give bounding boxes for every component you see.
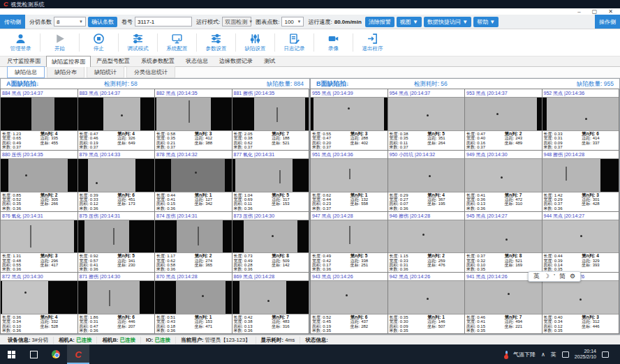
defect-cell[interactable]: 955 黑点 |20:14:39长度: 0.55宽度: 0.47面积: 0.20… bbox=[310, 89, 388, 151]
clear-alarm-button[interactable]: 清除报警 bbox=[365, 17, 394, 27]
subtab-class-info-stats[interactable]: 分类信息统计 bbox=[126, 66, 175, 78]
inspection-app-taskbar-button[interactable]: C bbox=[67, 344, 89, 364]
defect-info: 长度: 1.42宽度: 0.29面积: 0.37米数: 0.36第n列: 3边距… bbox=[542, 192, 619, 211]
subtab-defect-stats[interactable]: 缺陷统计 bbox=[87, 66, 124, 78]
defect-cell[interactable]: 951 黑点 |20:14:36长度: 0.62宽度: 0.44面积: 0.23… bbox=[310, 150, 388, 212]
action-camera-button[interactable]: 录像 bbox=[314, 33, 353, 52]
defect-metrics: 长度: 0.33宽度: 0.31面积: 0.09米数: 0.37 bbox=[544, 132, 582, 149]
defect-cell[interactable]: 876 氧化 |20:14:31长度: 1.31宽度: 0.48面积: 0.55… bbox=[0, 211, 78, 273]
subtab-defect-distribution[interactable]: 缺陷分布 bbox=[47, 66, 84, 78]
defect-cell-header: 883 黑点 |20:14:37 bbox=[78, 89, 155, 97]
film-edge-left bbox=[232, 281, 240, 314]
defect-cell[interactable]: 952 黑点 |20:14:36长度: 0.33宽度: 0.31面积: 0.09… bbox=[542, 89, 620, 151]
defect-cell[interactable]: 944 黑点 |20:14:27长度: 0.44宽度: 0.39面积: 0.14… bbox=[542, 211, 620, 273]
action-play-button[interactable]: 开始 bbox=[40, 33, 79, 52]
action-log-button[interactable]: 日志记录 bbox=[275, 33, 313, 52]
defect-cell[interactable]: 871 擦伤 |20:14:30长度: 1.86宽度: 0.31面积: 0.47… bbox=[78, 272, 156, 334]
defect-position: 第n列: 1边距: 153坐标: 471 bbox=[195, 315, 230, 333]
keyboard-icon[interactable] bbox=[562, 351, 569, 358]
weather-text[interactable]: 气温下降 bbox=[513, 351, 536, 358]
roll-number-input[interactable] bbox=[135, 17, 192, 26]
tab-product-config[interactable]: 产品型号配置 bbox=[91, 55, 135, 66]
defect-cell[interactable]: 877 氧化 |20:14:31长度: 1.04宽度: 0.69面积: 0.11… bbox=[232, 150, 310, 212]
defect-cell[interactable]: 874 压伤 |20:14:31长度: 1.17宽度: 0.62面积: 0.58… bbox=[154, 211, 232, 273]
notification-center-icon[interactable] bbox=[602, 351, 609, 358]
subtab-defect-info[interactable]: 缺陷信息 bbox=[7, 66, 45, 78]
ime-mark-icon[interactable]: ’ bbox=[554, 273, 555, 280]
metric-line: 米数: 0.36 bbox=[312, 267, 350, 271]
defect-cell[interactable]: 953 黑点 |20:14:37长度: 0.47宽度: 0.40面积: 0.16… bbox=[464, 89, 542, 151]
ime-settings-icon[interactable]: ⚙ bbox=[570, 273, 575, 280]
defect-cell[interactable]: 882 黑点 |20:14:35长度: 0.58宽度: 0.35面积: 0.21… bbox=[154, 89, 232, 151]
defect-cell[interactable]: 875 压伤 |20:14:31长度: 0.92宽度: 0.57面积: 0.41… bbox=[78, 211, 156, 273]
metric-line: 米数: 0.37 bbox=[390, 145, 428, 149]
task-view-button[interactable] bbox=[22, 344, 45, 364]
action-defectset-button[interactable]: 缺陷设置 bbox=[236, 33, 274, 52]
slit-count-select[interactable]: 8▼ bbox=[54, 17, 86, 26]
defect-cell[interactable]: 873 压伤 |20:14:30长度: 0.73宽度: 0.49面积: 0.28… bbox=[232, 211, 310, 273]
action-monitor-button[interactable]: 系统配置 bbox=[158, 33, 196, 52]
minimize-button[interactable]: – bbox=[577, 8, 580, 15]
defect-cell[interactable]: 870 黑点 |20:14:28长度: 0.51宽度: 0.43面积: 0.18… bbox=[154, 272, 232, 334]
defect-cell[interactable]: 947 黑点 |20:14:28长度: 0.49宽度: 0.42面积: 0.17… bbox=[310, 211, 388, 273]
action-stop-button[interactable]: 停止 bbox=[80, 33, 118, 52]
defect-cell[interactable]: 880 压伤 |20:14:35长度: 0.85宽度: 0.52面积: 0.35… bbox=[0, 150, 78, 212]
defect-cell[interactable]: 884 黑点 |20:14:37长度: 1.23宽度: 0.65面积: 0.49… bbox=[0, 89, 78, 151]
action-tune-button[interactable]: 调试模式 bbox=[119, 33, 157, 52]
action-user-button[interactable]: 管理登录 bbox=[1, 33, 40, 52]
confirm-count-button[interactable]: 确认条数 bbox=[88, 17, 117, 27]
ime-language-indicator[interactable]: 英 bbox=[551, 351, 556, 358]
tab-edge-data[interactable]: 边缘数据记录 bbox=[214, 55, 258, 66]
tab-status-info[interactable]: 状态信息 bbox=[180, 55, 214, 66]
help-menu-button[interactable]: 帮助 ▼ bbox=[473, 17, 499, 27]
close-button[interactable]: ✕ bbox=[608, 8, 613, 15]
defect-cell[interactable]: 954 黑点 |20:14:37长度: 0.38宽度: 0.35面积: 0.11… bbox=[388, 89, 466, 151]
panel-title[interactable]: B面缺陷拍↓ bbox=[316, 79, 349, 89]
maximize-button[interactable]: ▢ bbox=[592, 8, 598, 15]
defect-info: 长度: 0.41宽度: 0.36面积: 0.13米数: 0.36第n列: 7边距… bbox=[465, 192, 542, 211]
defect-cell-header: 952 黑点 |20:14:36 bbox=[542, 89, 619, 97]
defect-cell[interactable]: 881 擦伤 |20:14:35长度: 2.05宽度: 0.38面积: 0.62… bbox=[232, 89, 310, 151]
defect-cell[interactable]: 948 擦伤 |20:14:28长度: 1.42宽度: 0.29面积: 0.37… bbox=[542, 150, 620, 212]
defect-cell[interactable]: 872 黑点 |20:14:30长度: 0.36宽度: 0.34面积: 0.10… bbox=[0, 272, 78, 334]
operator-side-button[interactable]: 操作侧 bbox=[595, 15, 620, 29]
action-params-button[interactable]: 参数设置 bbox=[197, 33, 235, 52]
defect-metrics: 长度: 0.35宽度: 0.30面积: 0.09米数: 0.35 bbox=[390, 315, 428, 333]
defect-cell[interactable]: 950 小凹坑 |20:14:32长度: 0.29宽度: 0.27面积: 0.0… bbox=[388, 150, 466, 212]
browser-taskbar-button[interactable] bbox=[45, 344, 67, 364]
tab-size-monitor[interactable]: 尺寸监控界面 bbox=[1, 55, 46, 66]
defect-info: 长度: 0.49宽度: 0.42面积: 0.17米数: 0.36第n列: 5边距… bbox=[311, 253, 388, 272]
defect-cell[interactable]: 942 黑点 |20:14:26长度: 0.35宽度: 0.30面积: 0.09… bbox=[388, 272, 466, 334]
drive-side-button[interactable]: 传动侧 bbox=[0, 15, 25, 29]
defect-mark bbox=[429, 175, 431, 177]
defect-cell[interactable]: 878 黑点 |20:14:32长度: 0.44宽度: 0.41面积: 0.15… bbox=[154, 150, 232, 212]
tab-system-params[interactable]: 系统参数配置 bbox=[135, 55, 180, 66]
panel-title[interactable]: A面缺陷拍↓ bbox=[6, 79, 39, 89]
chart-points-select[interactable]: 100▼ bbox=[281, 17, 304, 26]
defect-cell[interactable]: 879 黑点 |20:14:33长度: 0.39宽度: 0.33面积: 0.12… bbox=[78, 150, 156, 212]
run-mode-select[interactable]: 双面检测▼ bbox=[222, 17, 251, 26]
defect-cell[interactable]: 949 黑点 |20:14:30长度: 0.41宽度: 0.36面积: 0.13… bbox=[464, 150, 542, 212]
defect-cell[interactable]: 946 擦伤 |20:14:28长度: 1.15宽度: 0.33面积: 0.31… bbox=[388, 211, 466, 273]
action-exit-button[interactable]: 退出程序 bbox=[353, 33, 392, 52]
windows-start-button[interactable] bbox=[0, 344, 22, 364]
taskbar-clock[interactable]: 20:14 2025/2/10 bbox=[575, 349, 596, 361]
defect-mark bbox=[349, 226, 350, 244]
data-quick-access-button[interactable]: 数据快捷访问 ▼ bbox=[424, 17, 471, 27]
defect-count: 缺陷数量: 884 bbox=[267, 80, 304, 89]
tray-expand-icon[interactable]: ∧ bbox=[541, 351, 545, 358]
tab-defect-monitor[interactable]: 缺陷监控界面 bbox=[46, 56, 91, 67]
view-menu-button[interactable]: 视图 ▼ bbox=[397, 17, 422, 27]
defect-cell[interactable]: 943 黑点 |20:14:26长度: 0.52宽度: 0.45面积: 0.19… bbox=[310, 272, 388, 334]
defect-cell-header: 945 黑点 |20:14:27 bbox=[465, 212, 542, 220]
ime-moon-icon[interactable]: ☽ bbox=[544, 273, 549, 280]
defect-cell[interactable]: 945 黑点 |20:14:27长度: 0.37宽度: 0.32面积: 0.10… bbox=[464, 211, 542, 273]
defect-position: 第n列: 4边距: 326坐标: 649 bbox=[117, 132, 153, 149]
defect-cell-header: 870 黑点 |20:14:28 bbox=[155, 273, 232, 280]
tab-test[interactable]: 测试 bbox=[258, 55, 281, 66]
lang-en-icon[interactable]: 英 bbox=[533, 273, 540, 280]
lang-simplified-icon[interactable]: 简 bbox=[559, 273, 566, 280]
defect-cell[interactable]: 883 黑点 |20:14:37长度: 0.47宽度: 0.46面积: 0.19… bbox=[78, 89, 156, 151]
defect-position: 第n列: 5边距: 338坐标: 251 bbox=[350, 254, 386, 271]
defect-cell[interactable]: 869 黑点 |20:14:28长度: 0.42宽度: 0.38面积: 0.13… bbox=[232, 272, 310, 334]
